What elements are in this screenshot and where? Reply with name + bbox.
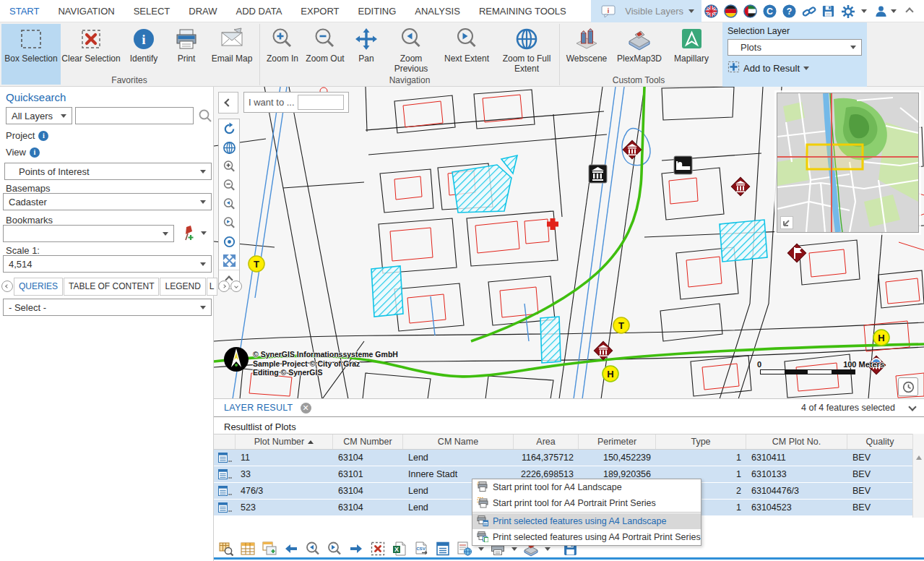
column-quality[interactable]: Quality	[847, 434, 912, 449]
settings-chevron-icon[interactable]	[861, 9, 867, 13]
zoom-out-icon[interactable]	[219, 176, 239, 194]
full-extent-icon[interactable]	[219, 251, 239, 270]
chevron-down-icon	[688, 9, 694, 13]
user-icon[interactable]	[874, 4, 888, 18]
tab-analysis[interactable]: ANALYSIS	[405, 0, 470, 22]
time-slider-button[interactable]	[898, 377, 918, 396]
menu-item-print-selected-a4-portrait-series[interactable]: Print selected features using A4 Portrai…	[472, 529, 701, 545]
zoom-next-record-icon[interactable]	[327, 541, 342, 557]
tab-draw[interactable]: DRAW	[179, 0, 226, 22]
bookmark-menu-chevron-icon[interactable]	[201, 231, 207, 235]
center-map-icon[interactable]	[219, 232, 239, 251]
next-extent-icon	[454, 27, 479, 51]
link-icon[interactable]	[802, 4, 816, 18]
record-actions-icon[interactable]	[214, 483, 236, 499]
clear-result-icon[interactable]	[370, 541, 386, 557]
table-row[interactable]: 11 63104 Lend 1164,375712 150,452239 1 6…	[214, 450, 912, 466]
user-chevron-icon[interactable]	[891, 9, 897, 13]
save-icon[interactable]	[821, 4, 835, 18]
basemaps-label: Basemaps	[6, 183, 50, 194]
column-cm-plot-no[interactable]: CM Plot No.	[746, 434, 847, 449]
tabs-scroll-left-button[interactable]	[1, 280, 13, 292]
quicksearch-input[interactable]	[75, 107, 194, 124]
map-canvas[interactable]: T T H H H	[214, 87, 924, 399]
print-chevron-icon[interactable]	[511, 547, 517, 551]
copyright-icon[interactable]: C	[763, 4, 777, 18]
table-scrollbar[interactable]	[912, 434, 924, 518]
next-record-icon[interactable]	[348, 541, 364, 557]
zoom-previous-record-icon[interactable]	[305, 541, 321, 557]
zoom-to-selected-icon[interactable]	[218, 541, 234, 557]
basemap-select[interactable]: Cadaster	[3, 193, 212, 210]
tab-start[interactable]: START	[0, 0, 48, 22]
settings-icon[interactable]	[841, 4, 858, 18]
web-report-chevron-icon[interactable]	[478, 547, 484, 551]
column-plot-number[interactable]: Plot Number	[236, 434, 333, 449]
help-icon[interactable]: ?	[782, 4, 796, 18]
tab-select[interactable]: SELECT	[124, 0, 180, 22]
query-select[interactable]: - Select -	[3, 299, 212, 316]
overview-map[interactable]	[777, 93, 919, 233]
tab-truncated[interactable]: L	[207, 278, 217, 296]
tab-export[interactable]: EXPORT	[291, 0, 348, 22]
record-actions-icon[interactable]	[214, 450, 236, 466]
plexmap-chevron-icon[interactable]	[545, 547, 550, 551]
excel-export-icon[interactable]: X	[392, 541, 407, 557]
menu-item-print-tool-a4-portrait-series[interactable]: Start print tool for A4 Portrait Print S…	[472, 495, 701, 511]
record-actions-icon[interactable]	[214, 466, 236, 482]
menu-item-print-selected-a4-landscape[interactable]: Print selected features using A4 Landsca…	[472, 513, 701, 529]
svg-text:H: H	[607, 369, 613, 380]
scroll-up-icon[interactable]	[916, 455, 922, 460]
column-perimeter[interactable]: Perimeter	[579, 434, 656, 449]
tab-editing[interactable]: EDITING	[349, 0, 406, 22]
refresh-icon[interactable]	[219, 119, 239, 138]
i-want-to-button[interactable]: I want to ...	[243, 92, 349, 113]
menu-item-print-tool-a4-landscape[interactable]: Start print tool for A4 Landscape	[472, 479, 701, 495]
zoom-in-icon[interactable]	[219, 157, 239, 176]
table-icon[interactable]	[240, 541, 256, 557]
quicksearch-layer-select[interactable]: All Layers	[6, 107, 72, 124]
bookmark-select[interactable]	[3, 225, 174, 242]
previous-record-icon[interactable]	[283, 541, 299, 557]
report-icon[interactable]	[435, 541, 451, 557]
close-result-icon[interactable]: ✕	[301, 403, 311, 414]
overview-globe-icon[interactable]	[219, 138, 239, 157]
zoom-next-icon[interactable]	[219, 213, 239, 232]
tab-navigation[interactable]: NAVIGATION	[48, 0, 124, 22]
add-to-result-button[interactable]: Add to Result	[727, 61, 809, 75]
tabs-overflow-button[interactable]	[230, 280, 242, 292]
scale-select[interactable]: 4,514	[3, 255, 212, 273]
csv-export-icon[interactable]: CSV	[413, 541, 429, 557]
tab-legend[interactable]: LEGEND	[160, 278, 205, 296]
info-icon[interactable]: i	[30, 147, 40, 158]
overview-collapse-icon[interactable]	[780, 216, 793, 229]
button-label: Webscene	[566, 53, 607, 64]
visible-layers-button[interactable]: i Visible Layers	[591, 0, 701, 22]
add-bookmark-icon[interactable]	[180, 225, 196, 244]
svg-text:i: i	[608, 7, 610, 14]
flag-de-icon[interactable]	[724, 4, 738, 18]
i-want-to-input[interactable]	[298, 95, 344, 110]
tab-table-of-content[interactable]: TABLE OF CONTENT	[64, 278, 159, 296]
tab-queries[interactable]: QUERIES	[14, 278, 63, 296]
flag-uk-icon[interactable]	[704, 4, 718, 18]
column-cm-name[interactable]: CM Name	[403, 434, 514, 449]
search-icon[interactable]	[198, 108, 212, 125]
column-cm-number[interactable]: CM Number	[333, 434, 403, 449]
selection-layer-select[interactable]: Plots	[727, 39, 862, 56]
zoom-previous-icon[interactable]	[219, 194, 239, 213]
table-add-icon[interactable]	[262, 541, 277, 557]
layer-result-tab[interactable]: LAYER RESULT	[224, 403, 293, 413]
tabs-scroll-right-button[interactable]	[218, 280, 230, 292]
record-actions-icon[interactable]	[214, 500, 236, 515]
tab-add-data[interactable]: ADD DATA	[227, 0, 292, 22]
view-select[interactable]: Points of Interest	[4, 163, 212, 180]
tab-remaining-tools[interactable]: REMAINING TOOLS	[470, 0, 576, 22]
web-report-icon[interactable]	[457, 541, 472, 557]
flag-uae-icon[interactable]	[743, 4, 757, 18]
collapse-sidebar-button[interactable]	[218, 92, 238, 114]
collapse-ribbon-icon[interactable]	[905, 7, 913, 15]
info-icon[interactable]: i	[38, 131, 48, 141]
column-type[interactable]: Type	[656, 434, 746, 449]
column-area[interactable]: Area	[514, 434, 579, 449]
